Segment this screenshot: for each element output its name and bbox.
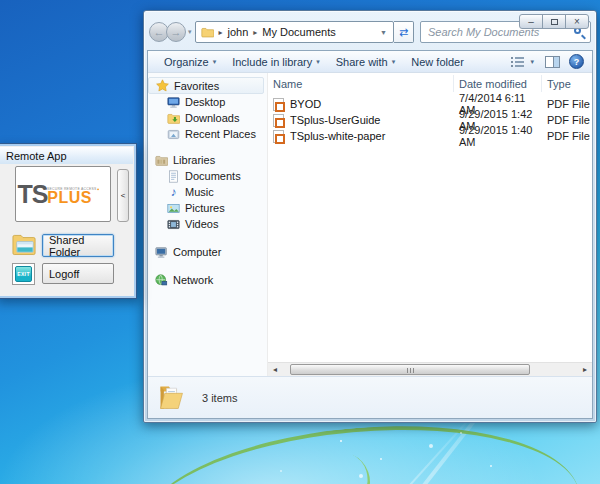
refresh-button[interactable]: ⇄: [394, 21, 414, 43]
chevron-down-icon: ▾: [530, 58, 534, 66]
chevron-down-icon: ▾: [392, 58, 396, 66]
sidebar-item-recent-places[interactable]: Recent Places: [148, 126, 267, 142]
scroll-right-icon[interactable]: ▸: [578, 365, 592, 374]
new-folder-button[interactable]: New folder: [403, 54, 472, 70]
sidebar-label: Libraries: [173, 154, 215, 166]
file-name-cell: TSplus-UserGuide: [268, 114, 454, 127]
sidebar-label: Downloads: [185, 112, 239, 124]
recent-pages-dropdown[interactable]: ▾: [188, 28, 192, 36]
sidebar-label: Favorites: [174, 80, 219, 92]
sidebar-label: Videos: [185, 218, 218, 230]
sidebar-item-videos[interactable]: Videos: [148, 216, 267, 232]
logo-ts-text: TS: [17, 184, 47, 205]
column-header-date-modified[interactable]: Date modified: [454, 75, 542, 92]
column-label: Date modified: [459, 78, 527, 90]
share-with-label: Share with: [336, 56, 388, 68]
sidebar-item-network[interactable]: Network: [148, 272, 267, 288]
breadcrumb-item-my-documents[interactable]: My Documents: [262, 26, 335, 38]
file-type: PDF File: [542, 98, 592, 110]
address-dropdown-icon[interactable]: ▼: [378, 29, 389, 36]
tsplus-logo-panel: TS SECURE REMOTE ACCESS PLUS: [15, 166, 111, 222]
sidebar-item-libraries[interactable]: Libraries: [148, 152, 267, 168]
sidebar-item-music[interactable]: ♪ Music: [148, 184, 267, 200]
change-view-button[interactable]: ▾: [509, 54, 536, 69]
address-bar[interactable]: ▸ john ▸ My Documents ▼: [195, 21, 394, 43]
open-folder-icon: [158, 382, 185, 413]
file-row[interactable]: TSplus-white-paper 9/29/2015 1:40 AM PDF…: [268, 128, 592, 144]
wallpaper-sparkles: [340, 440, 342, 442]
breadcrumb-chevron-icon: ▸: [253, 28, 257, 37]
sidebar-label: Desktop: [185, 96, 225, 108]
file-type: PDF File: [542, 130, 592, 142]
computer-icon: [155, 246, 168, 259]
remote-app-titlebar[interactable]: Remote App: [0, 147, 133, 164]
collapse-left-icon: <: [121, 191, 126, 200]
logoff-icon-button[interactable]: EXIT: [12, 263, 35, 285]
minimize-icon: –: [528, 17, 534, 27]
forward-arrow-icon: →: [171, 26, 182, 38]
sidebar-item-pictures[interactable]: Pictures: [148, 200, 267, 216]
include-in-library-button[interactable]: Include in library ▾: [224, 54, 328, 70]
help-button[interactable]: ?: [569, 54, 584, 69]
file-name: TSplus-UserGuide: [290, 114, 380, 126]
toolbar-right-icons: ▾ ?: [509, 54, 584, 69]
pdf-file-icon: [273, 114, 284, 127]
maximize-button[interactable]: [542, 14, 566, 29]
scrollbar-thumb[interactable]: [290, 364, 530, 375]
scroll-left-icon[interactable]: ◂: [268, 365, 282, 374]
file-row[interactable]: BYOD 7/4/2014 6:11 AM PDF File: [268, 96, 592, 112]
pdf-file-icon: [273, 98, 284, 111]
scrollbar-track[interactable]: [282, 363, 578, 377]
sidebar-item-computer[interactable]: Computer: [148, 244, 267, 260]
column-header-name[interactable]: Name: [268, 75, 454, 92]
picture-icon: [167, 202, 180, 215]
sidebar-label: Computer: [173, 246, 221, 258]
tsplus-logo: TS SECURE REMOTE ACCESS PLUS: [17, 184, 108, 205]
file-name: TSplus-white-paper: [290, 130, 385, 142]
minimize-button[interactable]: –: [519, 14, 543, 29]
recent-places-icon: [167, 128, 180, 141]
file-row[interactable]: TSplus-UserGuide 9/29/2015 1:42 AM PDF F…: [268, 112, 592, 128]
close-icon: ×: [574, 17, 580, 27]
file-type: PDF File: [542, 114, 592, 126]
preview-pane-button[interactable]: [545, 56, 560, 68]
remote-app-title: Remote App: [6, 150, 67, 162]
close-button[interactable]: ×: [565, 14, 589, 29]
sidebar-item-documents[interactable]: Documents: [148, 168, 267, 184]
item-count: 3 items: [202, 392, 237, 404]
new-folder-label: New folder: [411, 56, 464, 68]
horizontal-scrollbar[interactable]: ◂ ▸: [268, 362, 592, 376]
logoff-button[interactable]: Logoff: [42, 263, 114, 284]
libraries-icon: [155, 154, 168, 167]
logo-plus-text: PLUS: [47, 191, 92, 205]
breadcrumb-item-john[interactable]: john: [228, 26, 249, 38]
explorer-main: Favorites Desktop Downloads: [148, 73, 592, 376]
sidebar-item-favorites[interactable]: Favorites: [148, 77, 264, 94]
organize-label: Organize: [164, 56, 209, 68]
maximize-icon: [551, 19, 558, 25]
explorer-client-area: Organize ▾ Include in library ▾ Share wi…: [147, 50, 593, 419]
desktop-icon: [167, 96, 180, 109]
shared-folder-icon[interactable]: [11, 231, 38, 258]
file-name-cell: BYOD: [268, 98, 454, 111]
column-label: Name: [273, 78, 302, 90]
share-with-button[interactable]: Share with ▾: [328, 54, 404, 70]
collapse-panel-button[interactable]: <: [117, 169, 129, 222]
file-list-pane: Name Date modified Type BYOD 7/4/2014 6:…: [268, 73, 592, 376]
column-header-type[interactable]: Type: [542, 75, 592, 92]
sidebar-item-desktop[interactable]: Desktop: [148, 94, 267, 110]
sidebar-gap: [148, 232, 267, 244]
video-icon: [167, 218, 180, 231]
organize-button[interactable]: Organize ▾: [156, 54, 224, 70]
music-note-icon: ♪: [167, 186, 180, 198]
column-label: Type: [547, 78, 571, 90]
sidebar-label: Pictures: [185, 202, 225, 214]
sidebar-label: Recent Places: [185, 128, 256, 140]
logo-tagline: SECURE REMOTE ACCESS: [47, 186, 99, 190]
remote-app-window: Remote App TS SECURE REMOTE ACCESS PLUS …: [0, 143, 137, 299]
sidebar-item-downloads[interactable]: Downloads: [148, 110, 267, 126]
include-in-library-label: Include in library: [232, 56, 312, 68]
chevron-down-icon: ▾: [316, 58, 320, 66]
forward-button[interactable]: →: [166, 22, 186, 42]
shared-folder-button[interactable]: Shared Folder: [42, 234, 114, 257]
